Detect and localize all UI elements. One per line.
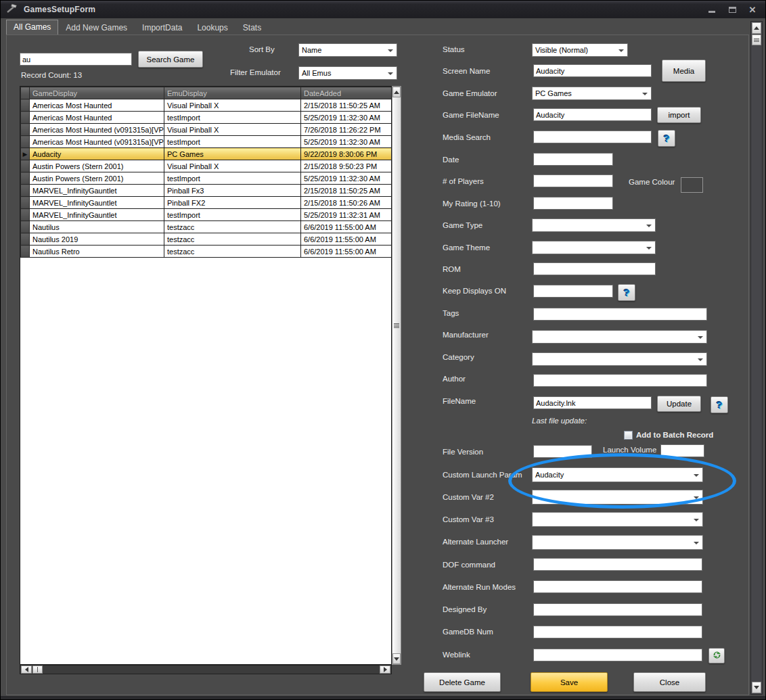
cell[interactable]: 9/22/2019 8:30:06 PM: [301, 148, 392, 160]
row-header-cell[interactable]: [21, 246, 30, 258]
cell[interactable]: Pinball FX2: [164, 197, 301, 209]
my-rating-input[interactable]: [533, 197, 613, 210]
cell[interactable]: testImport: [164, 136, 301, 148]
custom-var3-select[interactable]: [532, 512, 703, 527]
cell[interactable]: testImport: [164, 209, 301, 221]
table-row[interactable]: Nautilustestzacc6/6/2019 11:55:00 AM: [21, 221, 392, 233]
table-row[interactable]: Nautilus 2019testzacc6/6/2019 11:55:00 A…: [21, 233, 392, 246]
cell[interactable]: Visual Pinball X: [164, 99, 301, 112]
scroll-left-icon[interactable]: [21, 666, 32, 674]
author-input[interactable]: [533, 374, 707, 387]
filename-help-button[interactable]: ?: [711, 396, 728, 413]
manufacturer-select[interactable]: [532, 330, 707, 344]
tab-stats[interactable]: Stats: [235, 21, 269, 35]
cell[interactable]: Audacity: [30, 148, 164, 160]
grid-horizontal-scrollbar[interactable]: [20, 665, 392, 674]
table-row[interactable]: MARVEL_InfinityGauntletPinball FX22/15/2…: [21, 197, 392, 209]
row-header-cell[interactable]: [21, 221, 30, 233]
date-input[interactable]: [533, 153, 613, 166]
column-header-dateadded[interactable]: DateAdded: [301, 87, 392, 99]
category-select[interactable]: [532, 352, 707, 366]
cell[interactable]: 5/25/2019 11:32:31 AM: [301, 209, 392, 221]
close-button[interactable]: Close: [633, 672, 706, 692]
scroll-right-icon[interactable]: [380, 666, 390, 674]
update-button[interactable]: Update: [657, 396, 701, 412]
scroll-up-icon[interactable]: [752, 22, 761, 34]
cell[interactable]: 5/25/2019 11:32:30 AM: [301, 172, 392, 185]
game-type-select[interactable]: [532, 218, 656, 232]
cell[interactable]: 2/15/2018 11:50:25 AM: [301, 99, 392, 112]
gamedb-num-input[interactable]: [533, 626, 702, 638]
tab-add-new-games[interactable]: Add New Games: [58, 21, 135, 35]
minimize-icon[interactable]: [707, 5, 717, 14]
row-header-cell[interactable]: [21, 124, 30, 136]
alternate-launcher-select[interactable]: [532, 535, 703, 550]
column-header-gamedisplay[interactable]: GameDisplay: [30, 87, 164, 99]
rom-input[interactable]: [533, 262, 656, 275]
maximize-icon[interactable]: [727, 5, 737, 14]
table-row[interactable]: Austin Powers (Stern 2001)testImport5/25…: [21, 172, 392, 185]
dof-command-input[interactable]: [533, 558, 702, 571]
table-row[interactable]: MARVEL_InfinityGauntlettestImport5/25/20…: [21, 209, 392, 221]
cell[interactable]: 2/15/2018 11:50:26 AM: [301, 197, 392, 209]
cell[interactable]: testImport: [164, 112, 301, 124]
sort-by-select[interactable]: Name: [298, 43, 397, 57]
file-version-input[interactable]: [533, 445, 592, 458]
designed-by-input[interactable]: [533, 603, 702, 616]
cell[interactable]: testImport: [164, 172, 301, 185]
tab-all-games[interactable]: All Games: [6, 20, 58, 35]
cell[interactable]: PC Games: [164, 148, 301, 160]
cell[interactable]: Visual Pinball X: [164, 160, 301, 172]
scroll-down-icon[interactable]: [752, 682, 761, 693]
import-button[interactable]: import: [657, 107, 701, 123]
cell[interactable]: 2/15/2018 11:50:25 AM: [301, 185, 392, 197]
cell[interactable]: Nautilus: [30, 221, 164, 233]
row-header-cell[interactable]: [21, 185, 30, 197]
cell[interactable]: testzacc: [164, 246, 301, 258]
scrollbar-thumb-grip[interactable]: [394, 323, 399, 328]
keep-displays-help-button[interactable]: ?: [618, 284, 635, 301]
media-button[interactable]: Media: [662, 60, 706, 82]
cell[interactable]: MARVEL_InfinityGauntlet: [30, 185, 164, 197]
table-row[interactable]: Americas Most Haunted (v091315a)[VPB]tes…: [21, 136, 392, 148]
search-game-button[interactable]: Search Game: [138, 51, 203, 68]
row-header-cell[interactable]: [21, 172, 30, 185]
cell[interactable]: MARVEL_InfinityGauntlet: [30, 197, 164, 209]
cell[interactable]: Nautilus Retro: [30, 246, 164, 258]
add-to-batch-checkbox[interactable]: [624, 431, 633, 440]
cell[interactable]: Austin Powers (Stern 2001): [30, 172, 164, 185]
table-row[interactable]: Nautilus Retrotestzacc6/6/2019 11:55:00 …: [21, 246, 392, 258]
current-row-indicator[interactable]: ▶: [21, 148, 30, 160]
delete-game-button[interactable]: Delete Game: [424, 672, 501, 692]
custom-launch-param-select[interactable]: Audacity: [532, 467, 703, 482]
close-icon[interactable]: ✕: [748, 5, 757, 14]
cell[interactable]: 5/25/2019 11:32:30 AM: [301, 136, 392, 148]
weblink-input[interactable]: [533, 649, 702, 661]
cell[interactable]: Americas Most Haunted (v091315a)[VPB]: [30, 136, 164, 148]
media-search-input[interactable]: [533, 131, 652, 143]
scroll-down-icon[interactable]: [392, 653, 401, 664]
row-header-cell[interactable]: [21, 233, 30, 246]
custom-var2-select[interactable]: [532, 490, 703, 505]
cell[interactable]: Pinball Fx3: [164, 185, 301, 197]
tags-input[interactable]: [533, 308, 707, 321]
weblink-refresh-button[interactable]: [708, 648, 725, 663]
cell[interactable]: 7/26/2018 11:26:22 PM: [301, 124, 392, 136]
alternate-run-modes-input[interactable]: [533, 580, 702, 593]
cell[interactable]: 6/6/2019 11:55:00 AM: [301, 233, 392, 246]
row-header-cell[interactable]: [21, 136, 30, 148]
row-header-cell[interactable]: [21, 197, 30, 209]
keep-displays-input[interactable]: [533, 285, 613, 298]
cell[interactable]: Visual Pinball X: [164, 124, 301, 136]
scrollbar-thumb[interactable]: [32, 666, 43, 674]
grid-vertical-scrollbar[interactable]: [392, 86, 401, 665]
scrollbar-thumb[interactable]: [752, 34, 761, 45]
tab-lookups[interactable]: Lookups: [189, 21, 235, 35]
screen-name-input[interactable]: [533, 64, 652, 77]
status-select[interactable]: Visible (Normal): [532, 43, 628, 57]
row-header-cell[interactable]: [21, 112, 30, 124]
tab-importdata[interactable]: ImportData: [135, 21, 189, 35]
cell[interactable]: 6/6/2019 11:55:00 AM: [301, 221, 392, 233]
game-filename-input[interactable]: [533, 108, 652, 121]
cell[interactable]: testzacc: [164, 221, 301, 233]
